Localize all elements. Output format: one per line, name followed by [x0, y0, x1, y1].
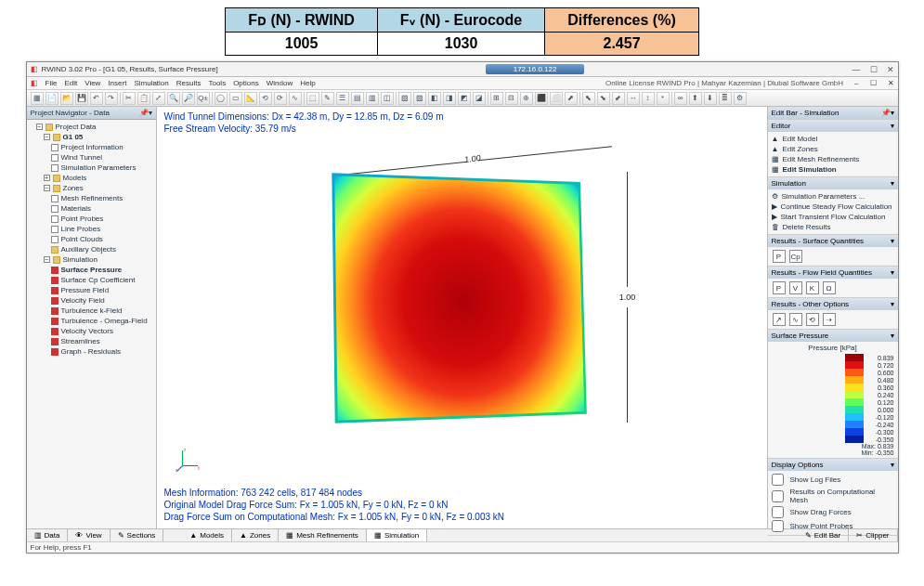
result-button[interactable]: K: [806, 281, 819, 294]
bottom-tab[interactable]: ▲Models: [182, 529, 232, 541]
panel-pin-icon[interactable]: 📌▾: [139, 109, 152, 117]
toolbar-button[interactable]: ▭: [229, 92, 242, 105]
tree-item[interactable]: Streamlines: [51, 336, 154, 346]
toolbar-button[interactable]: ⬉: [582, 92, 595, 105]
menu-insert[interactable]: Insert: [108, 79, 126, 87]
tree-item[interactable]: Point Probes: [51, 214, 154, 224]
toolbar-button[interactable]: ⚙: [734, 92, 747, 105]
bottom-tab[interactable]: ▦Simulation: [367, 529, 427, 541]
toolbar-button[interactable]: ⬊: [597, 92, 610, 105]
toolbar-button[interactable]: ◧: [428, 92, 441, 105]
toolbar-button[interactable]: ∞: [674, 92, 687, 105]
panel-item[interactable]: ▶Continue Steady Flow Calculation: [772, 202, 894, 212]
toolbar-button[interactable]: ∿: [289, 92, 302, 105]
panel-item[interactable]: ▦Edit Simulation: [772, 164, 894, 175]
toolbar-button[interactable]: 💾: [75, 92, 88, 105]
display-option[interactable]: Show Log Files: [772, 473, 894, 487]
toolbar-button[interactable]: 📐: [244, 92, 257, 105]
toolbar-button[interactable]: ⬋: [612, 92, 625, 105]
toolbar-button[interactable]: 📋: [137, 92, 150, 105]
maximize-button[interactable]: ☐: [870, 65, 878, 74]
toolbar-button[interactable]: ⬛: [535, 92, 548, 105]
mdi-max-button[interactable]: ☐: [870, 79, 877, 87]
toolbar-button[interactable]: ✎: [321, 92, 334, 105]
panel-item[interactable]: ⚙Simulation Parameters ...: [772, 191, 894, 202]
result-button[interactable]: ∿: [789, 313, 802, 326]
toolbar-button[interactable]: ⊟: [505, 92, 518, 105]
close-button[interactable]: ✕: [887, 65, 894, 74]
toolbar-button[interactable]: ↔: [627, 92, 640, 105]
toolbar-button[interactable]: ⟳: [274, 92, 287, 105]
panel-item[interactable]: ▲Edit Zones: [772, 144, 894, 154]
result-button[interactable]: Cp: [789, 250, 802, 263]
tree-item[interactable]: Surface Cp Coefficient: [51, 275, 154, 285]
tree-item[interactable]: Point Clouds: [51, 234, 154, 244]
menu-view[interactable]: View: [85, 79, 100, 87]
tree-item[interactable]: Pressure Field: [51, 285, 154, 295]
tree-item[interactable]: Graph - Residuals: [51, 346, 154, 357]
bottom-tab[interactable]: ▲Zones: [232, 529, 279, 541]
result-button[interactable]: Ω: [823, 281, 836, 294]
menu-results[interactable]: Results: [176, 79, 202, 87]
result-button[interactable]: ⟲: [806, 313, 819, 326]
toolbar-button[interactable]: ▧: [398, 92, 411, 105]
toolbar-button[interactable]: ⬆: [689, 92, 702, 105]
display-option[interactable]: Results on Computational Mesh: [772, 487, 894, 505]
menu-tools[interactable]: Tools: [208, 79, 226, 87]
panel-item[interactable]: 🗑Delete Results: [772, 222, 894, 232]
toolbar-button[interactable]: ▨: [413, 92, 426, 105]
panel-item[interactable]: ▲Edit Model: [772, 134, 894, 144]
toolbar-button[interactable]: ≣: [719, 92, 732, 105]
panel-item[interactable]: ▦Edit Mesh Refinements: [772, 154, 894, 164]
result-button[interactable]: ⇢: [823, 313, 836, 326]
toolbar-button[interactable]: ⬇: [704, 92, 717, 105]
tree-item[interactable]: Velocity Field: [51, 295, 154, 306]
toolbar-button[interactable]: 🔍: [167, 92, 180, 105]
tree-item[interactable]: Materials: [51, 203, 154, 214]
menu-edit[interactable]: Edit: [64, 79, 77, 87]
toolbar-button[interactable]: ⟲: [259, 92, 272, 105]
tree-item[interactable]: Simulation Parameters: [51, 163, 154, 173]
toolbar-button[interactable]: 🔎: [182, 92, 195, 105]
bottom-tab[interactable]: ✎Edit Bar: [798, 529, 849, 541]
bottom-tab[interactable]: ▥Data: [27, 529, 69, 541]
project-tree[interactable]: −Project Data −G1 05 Project Information…: [27, 120, 156, 528]
toolbar-button[interactable]: ◨: [443, 92, 456, 105]
toolbar-button[interactable]: ▥: [366, 92, 379, 105]
tree-item[interactable]: Mesh Refinements: [51, 193, 154, 203]
tree-item[interactable]: Wind Tunnel: [51, 152, 154, 163]
toolbar-button[interactable]: ⊞: [490, 92, 503, 105]
tree-item[interactable]: Turbulence k-Field: [51, 306, 154, 316]
toolbar-button[interactable]: Q±: [197, 92, 210, 105]
checkbox[interactable]: [772, 490, 784, 502]
bottom-tab[interactable]: 👁View: [68, 529, 110, 541]
minimize-button[interactable]: —: [852, 65, 861, 74]
toolbar-button[interactable]: *: [657, 92, 670, 105]
checkbox[interactable]: [772, 506, 784, 518]
toolbar-button[interactable]: 📂: [60, 92, 73, 105]
mdi-min-button[interactable]: –: [854, 79, 858, 87]
mdi-close-button[interactable]: ✕: [888, 79, 894, 87]
result-button[interactable]: P: [773, 250, 786, 263]
result-button[interactable]: ↗: [773, 313, 786, 326]
tree-item[interactable]: Surface Pressure: [51, 265, 154, 275]
toolbar-button[interactable]: ▤: [351, 92, 364, 105]
toolbar-button[interactable]: ⤢: [152, 92, 165, 105]
toolbar-button[interactable]: ↕: [642, 92, 655, 105]
toolbar-button[interactable]: ↶: [90, 92, 103, 105]
toolbar-button[interactable]: ◪: [473, 92, 486, 105]
checkbox[interactable]: [772, 474, 784, 486]
display-option[interactable]: Show Drag Forces: [772, 505, 894, 519]
tree-item[interactable]: Project Information: [51, 142, 154, 152]
result-button[interactable]: V: [789, 281, 802, 294]
bottom-tab[interactable]: ✎Sections: [111, 529, 164, 541]
menu-window[interactable]: Window: [267, 79, 293, 87]
menu-file[interactable]: File: [46, 79, 58, 87]
result-button[interactable]: P: [773, 281, 786, 294]
toolbar-button[interactable]: ◩: [458, 92, 471, 105]
toolbar-button[interactable]: ✂: [123, 92, 136, 105]
toolbar-button[interactable]: ⊕: [520, 92, 533, 105]
tree-item[interactable]: Auxiliary Objects: [51, 244, 154, 254]
toolbar-button[interactable]: ◫: [381, 92, 394, 105]
toolbar-button[interactable]: ⬈: [565, 92, 578, 105]
